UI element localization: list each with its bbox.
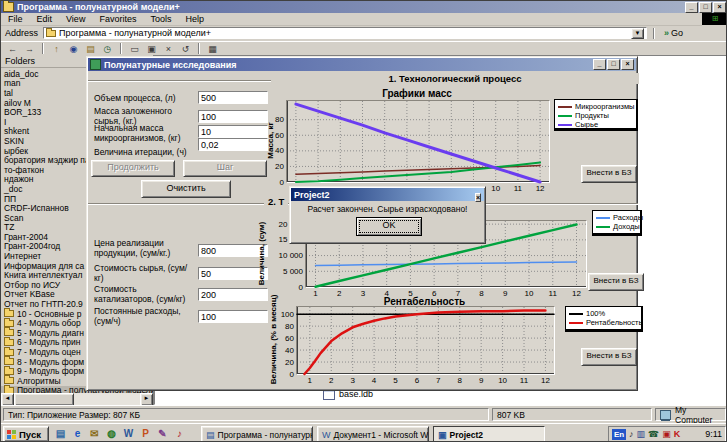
forward-button[interactable]: →	[22, 43, 37, 55]
separator	[120, 43, 122, 54]
address-value: Программа - полунатурной модели+	[59, 28, 211, 38]
antivirus-icon[interactable]: K	[674, 429, 681, 440]
tv-icon[interactable]: ▣	[662, 429, 671, 440]
tree-item-label: tal	[4, 88, 13, 98]
menu-edit[interactable]: Edit	[30, 14, 60, 24]
up-button[interactable]: ↑	[49, 43, 64, 55]
ie-icon[interactable]: e	[70, 427, 85, 441]
continue-button[interactable]: Продолжить	[91, 160, 175, 177]
legend-label: 100%	[586, 309, 605, 318]
fixed-cost-field[interactable]	[198, 310, 268, 323]
show-desktop-icon[interactable]: ▤	[53, 427, 68, 441]
address-dropdown-button[interactable]: ▼	[631, 28, 644, 39]
app-minimize-button[interactable]: _	[593, 59, 606, 70]
chart-1-legend: МикроорганизмыПродуктыСырье	[554, 99, 638, 131]
add-to-kb-button[interactable]: Внести в БЗ	[581, 165, 637, 183]
views-button[interactable]: ▦	[205, 43, 220, 55]
svg-text:10: 10	[491, 184, 500, 193]
task-project2[interactable]: ▣Project2	[433, 426, 545, 442]
address-input[interactable]: Программа - полунатурной модели+ ▼	[43, 27, 647, 39]
window-icon	[3, 2, 14, 12]
svg-text:11: 11	[520, 376, 529, 385]
word-icon[interactable]: W	[121, 427, 136, 441]
paint-icon[interactable]: ✎	[155, 427, 170, 441]
task-program[interactable]: ▤Программа - полунатурн...	[201, 426, 313, 442]
computer-icon	[660, 410, 671, 420]
svg-text:3: 3	[350, 376, 355, 385]
catalyst-cost-field-label: Стоимость катализаторов, (сум/кг)	[94, 284, 196, 304]
dialog-close-button[interactable]: ×	[475, 193, 481, 202]
add-to-kb-button[interactable]: Внести в БЗ	[581, 348, 637, 366]
legend-entry: Продукты	[558, 111, 633, 120]
status-zone-label: My Computer	[675, 405, 721, 425]
outlook-icon[interactable]: ✉	[87, 427, 102, 441]
step-button[interactable]: Шаг	[183, 160, 267, 177]
svg-text:10 000: 10 000	[279, 251, 304, 260]
catalyst-cost-field[interactable]	[198, 288, 268, 301]
dialog-title: Project2	[294, 190, 330, 200]
raw-mass-field[interactable]	[198, 110, 268, 123]
menu-view[interactable]: View	[59, 14, 92, 24]
task-label: Документ1 - Microsoft W...	[334, 430, 430, 440]
folders-horizontal-scrollbar[interactable]: ◄ ►	[1, 393, 153, 405]
modem-icon[interactable]: ☎	[648, 429, 659, 440]
menu-help[interactable]: Help	[178, 14, 211, 24]
language-indicator[interactable]: En	[612, 429, 626, 440]
delete-button[interactable]: ×	[161, 43, 176, 55]
back-button[interactable]: ←	[5, 43, 20, 55]
chart-2-y-axis-label: Величина, (сум)	[256, 220, 268, 286]
clear-button[interactable]: Очистить	[141, 180, 231, 198]
dialog-message: Расчет закончен. Сырье израсходовано!	[290, 204, 485, 214]
app-close-button[interactable]: ×	[621, 59, 634, 70]
menu-tools[interactable]: Tools	[143, 14, 178, 24]
channels-icon[interactable]: ◍	[104, 427, 119, 441]
display-icon[interactable]: ▥	[637, 429, 646, 440]
tree-item-label: BOR_133	[4, 107, 41, 117]
legend-swatch	[558, 124, 572, 126]
svg-text:12: 12	[536, 184, 545, 193]
status-zone: My Computer	[655, 408, 726, 421]
powerpoint-icon[interactable]: P	[138, 427, 153, 441]
menu-favorites[interactable]: Favorites	[92, 14, 143, 24]
legend-swatch	[558, 106, 572, 108]
tree-item-label: man	[4, 78, 21, 88]
add-to-kb-button[interactable]: Внести в БЗ	[588, 273, 644, 291]
legend-label: Микроорганизмы	[575, 102, 634, 111]
copy-to-button[interactable]: ▣	[144, 43, 159, 55]
menu-file[interactable]: File	[1, 14, 30, 24]
history-button[interactable]: ◷	[100, 43, 115, 55]
separator	[42, 43, 44, 54]
folders-button[interactable]: ▤	[83, 43, 98, 55]
go-button[interactable]: » Go	[661, 27, 686, 39]
app-title: Полунатурные исследования	[104, 60, 236, 70]
search-button[interactable]: ◉	[66, 43, 81, 55]
svg-text:0: 0	[299, 283, 304, 292]
tree-item-label: 5 - Модуль диагн	[17, 328, 84, 338]
volume-field[interactable]	[198, 91, 268, 104]
legend-label: Рентабельность	[586, 318, 642, 327]
legend-entry: Рентабельность	[569, 318, 638, 327]
ok-button[interactable]: OK	[356, 217, 422, 236]
volume-icon[interactable]: ♪	[629, 429, 634, 440]
media-icon[interactable]: ♪	[172, 427, 187, 441]
start-button[interactable]: Пуск	[3, 426, 49, 442]
micro-mass-field[interactable]	[198, 125, 268, 138]
folder-icon	[4, 377, 14, 384]
app-maximize-button[interactable]: □	[607, 59, 620, 70]
legend-label: Доходы	[613, 222, 640, 231]
undo-button[interactable]: ↺	[178, 43, 193, 55]
iteration-field[interactable]	[198, 138, 268, 151]
folder-icon	[4, 320, 14, 327]
tree-item-label: 9 - Модуль форм	[17, 366, 84, 376]
status-info: Тип: Приложение Размер: 807 КБ	[3, 408, 489, 421]
start-label: Пуск	[19, 429, 41, 440]
task-program-icon: ▤	[206, 430, 215, 440]
scroll-track[interactable]	[74, 393, 140, 405]
tree-item-label: Алгоритмы	[17, 376, 61, 386]
task-word[interactable]: WДокумент1 - Microsoft W...	[317, 426, 429, 442]
move-to-button[interactable]: ▭	[127, 43, 142, 55]
minimize-button[interactable]: _	[685, 2, 698, 13]
close-button[interactable]: ×	[713, 2, 726, 13]
maximize-button[interactable]: □	[699, 2, 712, 13]
svg-text:60: 60	[285, 334, 294, 343]
